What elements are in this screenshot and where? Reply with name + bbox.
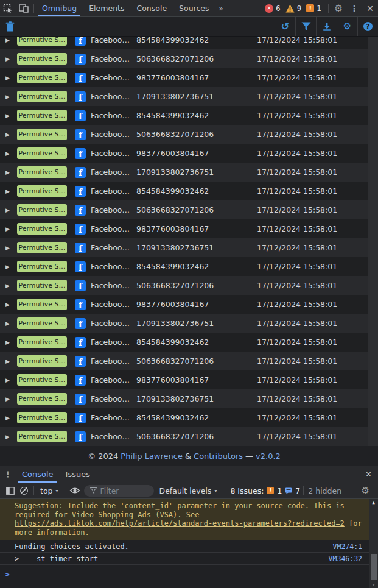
expand-arrow-icon[interactable]: ▶ — [5, 283, 15, 289]
expand-arrow-icon[interactable]: ▶ — [5, 37, 15, 43]
more-tabs-button[interactable]: » — [215, 4, 226, 13]
request-row[interactable]: ▶ Permutive S… f Faceboo… 17091338027367… — [0, 87, 368, 106]
tab-console[interactable]: Console — [130, 0, 173, 16]
request-row[interactable]: ▶ Permutive S… f Faceboo… 17091338027367… — [0, 238, 368, 257]
table-scrollbar[interactable] — [368, 37, 378, 446]
console-filter-input[interactable]: Filter — [84, 485, 154, 497]
version-link[interactable]: v2.0.2 — [256, 452, 281, 461]
scrollbar-thumb[interactable] — [371, 554, 377, 580]
contributors-link[interactable]: Contributors — [194, 452, 243, 461]
tab-sources[interactable]: Sources — [173, 0, 215, 16]
drawer-tab-console[interactable]: Console — [16, 466, 60, 483]
expand-arrow-icon[interactable]: ▶ — [5, 226, 15, 232]
expand-arrow-icon[interactable]: ▶ — [5, 188, 15, 194]
expand-arrow-icon[interactable]: ▶ — [5, 434, 15, 440]
console-messages[interactable]: Suggestion: Include the 'content_id' par… — [0, 499, 378, 588]
expand-arrow-icon[interactable]: ▶ — [5, 377, 15, 383]
request-row[interactable]: ▶ Permutive S… f Faceboo… 50636683270712… — [0, 352, 368, 370]
console-settings-button[interactable]: ⚙ — [362, 485, 369, 496]
provider-badge: Permutive S… — [17, 242, 67, 253]
inspect-element-button[interactable] — [0, 0, 16, 16]
devtools-close-button[interactable]: ✕ — [362, 0, 378, 16]
tab-omnibug[interactable]: Omnibug — [36, 0, 83, 16]
request-row[interactable]: ▶ Permutive S… f Faceboo… 17091338027367… — [0, 163, 368, 182]
request-row[interactable]: ▶ Permutive S… f Faceboo… 85458439903246… — [0, 182, 368, 200]
help-button[interactable]: ? — [357, 17, 378, 36]
context-selector[interactable]: top ▾ — [37, 486, 61, 495]
log-source-link[interactable]: VM274:1 — [333, 542, 362, 551]
expand-arrow-icon[interactable]: ▶ — [5, 151, 15, 157]
request-table[interactable]: ▶ Permutive S… f Faceboo… 85458439903246… — [0, 37, 368, 446]
error-count-badge[interactable]: ✕ 6 — [265, 4, 283, 13]
request-row[interactable]: ▶ Permutive S… f Faceboo… 85458439903246… — [0, 106, 368, 125]
drawer-menu-button[interactable]: ⋮ — [0, 470, 16, 479]
scroll-up-arrow[interactable]: ▲ — [369, 500, 378, 505]
log-source-link[interactable]: VM346:32 — [329, 554, 362, 563]
expand-arrow-icon[interactable]: ▶ — [5, 132, 15, 138]
provider-name: Faceboo… — [91, 413, 131, 422]
request-row[interactable]: ▶ Permutive S… f Faceboo… 50636683270712… — [0, 427, 368, 446]
expand-arrow-icon[interactable]: ▶ — [5, 207, 15, 213]
console-prompt[interactable]: > — [0, 565, 378, 579]
devtools-menu-button[interactable]: ⋮ — [346, 0, 362, 16]
clear-console-button[interactable] — [17, 487, 30, 495]
request-row[interactable]: ▶ Permutive S… f Faceboo… 50636683270712… — [0, 49, 368, 68]
expand-arrow-icon[interactable]: ▶ — [5, 56, 15, 62]
expand-arrow-icon[interactable]: ▶ — [5, 415, 15, 421]
request-row[interactable]: ▶ Permutive S… f Faceboo… 98377600380416… — [0, 295, 368, 314]
expand-arrow-icon[interactable]: ▶ — [5, 302, 15, 308]
device-toolbar-button[interactable] — [16, 0, 32, 16]
persist-history-button[interactable]: ↺ — [275, 17, 295, 36]
expand-arrow-icon[interactable]: ▶ — [5, 358, 15, 364]
issues-counter[interactable]: 8 Issues: ! 1 7 — [230, 486, 300, 495]
expand-arrow-icon[interactable]: ▶ — [5, 339, 15, 345]
scroll-down-arrow[interactable]: ▼ — [369, 583, 378, 587]
author-link[interactable]: Philip Lawrence — [121, 452, 183, 461]
expand-arrow-icon[interactable]: ▶ — [5, 94, 15, 100]
warning-link[interactable]: https://ads.tiktok.com/help/article/stan… — [15, 519, 345, 528]
expand-arrow-icon[interactable]: ▶ — [5, 264, 15, 270]
footer-amp: & — [185, 452, 191, 461]
request-row[interactable]: ▶ Permutive S… f Faceboo… 50636683270712… — [0, 276, 368, 295]
export-button[interactable] — [316, 17, 337, 36]
request-row[interactable]: ▶ Permutive S… f Faceboo… 98377600380416… — [0, 370, 368, 389]
request-row[interactable]: ▶ Permutive S… f Faceboo… 50636683270712… — [0, 125, 368, 144]
console-scrollbar[interactable]: ▲ ▼ — [369, 499, 378, 588]
clear-requests-button[interactable] — [5, 21, 15, 32]
request-row[interactable]: ▶ Permutive S… f Faceboo… 98377600380416… — [0, 68, 368, 87]
log-levels-selector[interactable]: Default levels ▾ — [156, 486, 220, 495]
expand-arrow-icon[interactable]: ▶ — [5, 169, 15, 175]
omnibug-settings-button[interactable]: ⚙ — [337, 17, 357, 36]
expand-arrow-icon[interactable]: ▶ — [5, 321, 15, 327]
request-row[interactable]: ▶ Permutive S… f Faceboo… 85458439903246… — [0, 333, 368, 352]
expand-arrow-icon[interactable]: ▶ — [5, 75, 15, 81]
tab-elements[interactable]: Elements — [83, 0, 130, 16]
drawer-tab-issues[interactable]: Issues — [60, 466, 96, 483]
request-row[interactable]: ▶ Permutive S… f Faceboo… 98377600380416… — [0, 144, 368, 163]
error-icon: ✕ — [265, 4, 273, 13]
request-row[interactable]: ▶ Permutive S… f Faceboo… 17091338027367… — [0, 314, 368, 333]
devtools-settings-button[interactable]: ⚙ — [331, 0, 346, 16]
provider-name: Faceboo… — [91, 205, 131, 214]
request-row[interactable]: ▶ Permutive S… f Faceboo… 85458439903246… — [0, 37, 368, 49]
warning-count-badge[interactable]: 9 — [285, 4, 304, 13]
filter-requests-button[interactable] — [295, 17, 316, 36]
console-sidebar-toggle[interactable] — [4, 487, 17, 495]
request-row[interactable]: ▶ Permutive S… f Faceboo… 98377600380416… — [0, 219, 368, 238]
provider-name: Faceboo… — [91, 54, 131, 63]
live-expression-button[interactable] — [68, 487, 82, 494]
expand-arrow-icon[interactable]: ▶ — [5, 113, 15, 119]
account-id: 5063668327071206 — [136, 281, 257, 290]
request-row[interactable]: ▶ Permutive S… f Faceboo… 85458439903246… — [0, 257, 368, 276]
request-timestamp: 17/12/2024 15:58:01 — [257, 375, 337, 384]
request-row[interactable]: ▶ Permutive S… f Faceboo… 17091338027367… — [0, 389, 368, 408]
drawer-close-button[interactable]: ✕ — [365, 470, 372, 479]
provider-badge: Permutive S… — [17, 355, 67, 367]
request-row[interactable]: ▶ Permutive S… f Faceboo… 85458439903246… — [0, 408, 368, 427]
download-icon — [322, 22, 332, 32]
expand-arrow-icon[interactable]: ▶ — [5, 245, 15, 251]
issues-count-badge[interactable]: ! 1 — [306, 4, 324, 13]
request-row[interactable]: ▶ Permutive S… f Faceboo… 50636683270712… — [0, 200, 368, 219]
request-timestamp: 17/12/2024 15:58:01 — [257, 413, 337, 422]
expand-arrow-icon[interactable]: ▶ — [5, 396, 15, 402]
